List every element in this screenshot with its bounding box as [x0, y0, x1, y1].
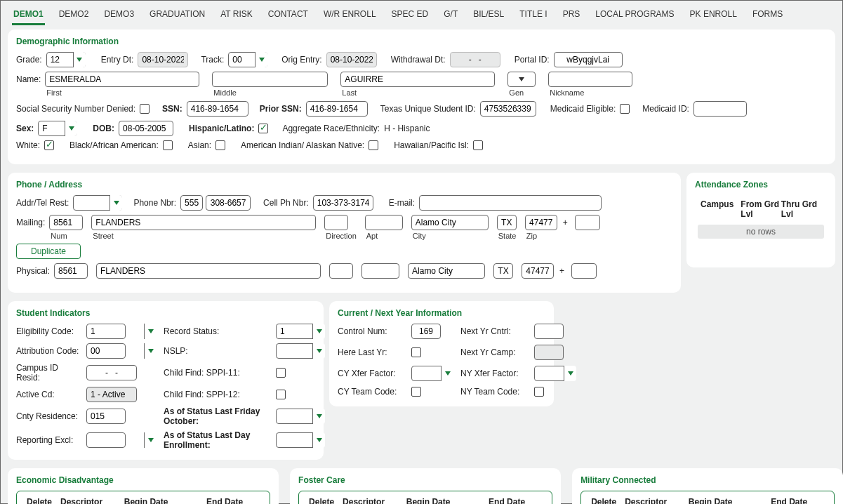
rec-status-field[interactable]: [276, 324, 315, 339]
as-of-oct-field[interactable]: [276, 409, 315, 424]
sex-label: Sex:: [16, 124, 34, 133]
as-of-oct-dropdown-icon[interactable]: [312, 409, 325, 424]
middle-name-field[interactable]: [212, 72, 328, 87]
attrib-code-field[interactable]: [86, 343, 126, 359]
aian-checkbox[interactable]: [369, 140, 378, 150]
phys-state-field[interactable]: [493, 263, 513, 279]
email-field[interactable]: [419, 195, 602, 211]
az-header-campus: Campus: [701, 199, 741, 219]
ssn-field[interactable]: [187, 101, 248, 117]
tab-demo3[interactable]: DEMO3: [102, 8, 135, 25]
withdrawal-dt-field[interactable]: [450, 52, 500, 67]
cf11-checkbox[interactable]: [276, 368, 286, 378]
medicaid-id-field[interactable]: [693, 101, 747, 117]
first-sublabel: First: [46, 88, 61, 97]
phys-apt-field[interactable]: [361, 263, 399, 279]
rep-excl-dropdown-icon[interactable]: [144, 432, 157, 448]
street-sublabel: Street: [93, 232, 113, 240]
entry-dt-field[interactable]: [138, 52, 188, 67]
cy-xfer-dropdown-icon[interactable]: [441, 366, 453, 381]
mail-city-field[interactable]: [411, 215, 489, 230]
phone-area-field[interactable]: [180, 195, 203, 211]
tab-contact[interactable]: CONTACT: [267, 8, 310, 25]
cell-field[interactable]: [313, 195, 373, 211]
tab-demo1[interactable]: DEMO1: [12, 8, 45, 25]
gen-select[interactable]: [507, 72, 536, 87]
phys-num-field[interactable]: [54, 263, 88, 279]
control-num-field[interactable]: [411, 324, 441, 339]
mail-num-field[interactable]: [49, 215, 83, 230]
medicaid-elig-checkbox[interactable]: [620, 104, 630, 114]
mail-dir-field[interactable]: [324, 215, 348, 230]
cf12-checkbox[interactable]: [276, 390, 286, 399]
nslp-label: NSLP:: [164, 346, 269, 356]
az-header-thru: Thru Grd Lvl: [781, 199, 821, 219]
mail-apt-field[interactable]: [365, 215, 403, 230]
phys-city-field[interactable]: [408, 263, 485, 279]
orig-entry-field[interactable]: [326, 52, 377, 67]
nickname-sublabel: Nickname: [550, 88, 584, 97]
mail-zip-field[interactable]: [525, 215, 557, 230]
tab-title-i[interactable]: TITLE I: [518, 8, 548, 25]
tab-prs[interactable]: PRS: [562, 8, 582, 25]
ssn-denied-checkbox[interactable]: [140, 104, 150, 114]
black-checkbox[interactable]: [163, 140, 173, 150]
tab-w-r-enroll[interactable]: W/R ENROLL: [322, 8, 378, 25]
duplicate-button[interactable]: Duplicate: [16, 244, 81, 259]
tab-g-t[interactable]: G/T: [442, 8, 459, 25]
phys-zip4-field[interactable]: [571, 263, 597, 279]
nslp-field[interactable]: [276, 343, 315, 359]
mail-street-field[interactable]: [91, 215, 316, 230]
tab-local-programs[interactable]: LOCAL PROGRAMS: [594, 8, 675, 25]
ny-xfer-dropdown-icon[interactable]: [564, 366, 576, 381]
tab-bil-esl[interactable]: BIL/ESL: [472, 8, 505, 25]
entry-dt-label: Entry Dt:: [101, 55, 134, 65]
phone-number-field[interactable]: [206, 195, 251, 211]
grade-dropdown-icon[interactable]: [73, 52, 86, 67]
phys-zip-field[interactable]: [522, 263, 554, 279]
here-last-yr-checkbox[interactable]: [411, 347, 421, 357]
cy-team-checkbox[interactable]: [411, 387, 421, 397]
rec-status-dropdown-icon[interactable]: [312, 324, 325, 339]
as-of-enr-dropdown-icon[interactable]: [312, 432, 325, 448]
panel-military-connected: Military Connected Delete Descriptor Beg…: [572, 468, 843, 504]
tab-forms[interactable]: FORMS: [751, 8, 784, 25]
prior-ssn-field[interactable]: [306, 101, 368, 117]
first-name-field[interactable]: [45, 72, 199, 87]
asian-checkbox[interactable]: [215, 140, 225, 150]
tab-demo2[interactable]: DEMO2: [58, 8, 91, 25]
as-of-enr-field[interactable]: [276, 432, 315, 448]
last-name-field[interactable]: [340, 72, 495, 87]
elig-code-dropdown-icon[interactable]: [144, 324, 157, 339]
cnty-res-field[interactable]: [86, 409, 126, 424]
tab-spec-ed[interactable]: SPEC ED: [390, 8, 430, 25]
track-dropdown-icon[interactable]: [255, 52, 267, 67]
nslp-dropdown-icon[interactable]: [312, 343, 325, 359]
ny-team-checkbox[interactable]: [534, 387, 544, 397]
sex-dropdown-icon[interactable]: [65, 121, 77, 136]
ny-cntrl-field[interactable]: [534, 324, 564, 339]
tab-graduation[interactable]: GRADUATION: [148, 8, 206, 25]
hisp-checkbox[interactable]: [258, 124, 268, 133]
campus-id-field[interactable]: [86, 365, 137, 380]
portal-id-field[interactable]: [554, 52, 623, 67]
dob-field[interactable]: [119, 121, 173, 136]
mail-zip4-field[interactable]: [575, 215, 600, 230]
addr-tel-rest-dropdown-icon[interactable]: [109, 195, 122, 211]
hpi-checkbox[interactable]: [473, 140, 483, 150]
white-checkbox[interactable]: [44, 140, 54, 150]
ny-camp-field[interactable]: [534, 345, 564, 360]
nickname-field[interactable]: [548, 72, 632, 87]
track-label: Track:: [201, 55, 224, 65]
econ-h-end: End Date: [185, 496, 264, 504]
dob-label: DOB:: [93, 124, 114, 133]
tx-usid-field[interactable]: [480, 101, 536, 117]
mail-state-field[interactable]: [497, 215, 517, 230]
rep-excl-field[interactable]: [86, 432, 126, 448]
attrib-code-dropdown-icon[interactable]: [144, 343, 157, 359]
phys-street-field[interactable]: [96, 263, 321, 279]
tab-pk-enroll[interactable]: PK ENROLL: [689, 8, 738, 25]
phys-dir-field[interactable]: [329, 263, 353, 279]
tab-at-risk[interactable]: AT RISK: [219, 8, 254, 25]
elig-code-field[interactable]: [86, 324, 126, 339]
